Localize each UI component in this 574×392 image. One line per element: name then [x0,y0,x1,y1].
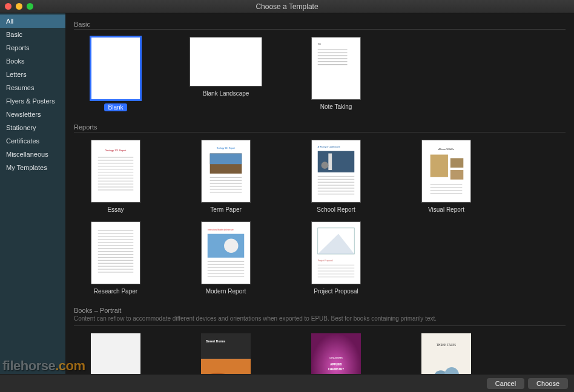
svg-rect-8 [318,61,348,62]
template-thumb: Desert Dunes [201,333,251,374]
sidebar-item-flyers-posters[interactable]: Flyers & Posters [0,94,65,108]
svg-rect-21 [98,184,134,185]
svg-rect-64 [98,254,134,255]
svg-rect-60 [98,242,134,243]
template-label: Essay [107,206,124,213]
svg-rect-44 [318,191,354,191]
svg-rect-13 [98,160,134,160]
svg-rect-67 [98,263,134,264]
template-thumb: THREE TALES [421,333,471,374]
template-thumb [91,37,140,100]
template-thumb: Title [311,37,361,100]
template-label: School Report [317,206,355,213]
template-blank-landscape[interactable]: Blank Landscape [184,37,268,111]
svg-rect-87 [318,270,354,271]
svg-rect-40 [318,179,354,180]
template-label: Visual Report [428,206,464,213]
template-project-proposal[interactable]: Project ProposalProject Proposal [294,221,378,295]
svg-text:Project Proposal: Project Proposal [318,260,333,262]
svg-rect-66 [98,260,134,261]
template-visual-report[interactable]: African WildlifeVisual Report [404,140,488,213]
svg-point-38 [322,162,329,169]
template-term-paper[interactable]: Geology 101 ReportTerm Paper [184,140,268,213]
svg-rect-88 [318,273,354,274]
svg-rect-0 [91,38,140,99]
sidebar-item-my-templates[interactable]: My Templates [0,161,65,174]
template-label: Project Proposal [314,288,358,295]
template-book-blank[interactable] [74,333,157,374]
svg-rect-91 [201,333,251,359]
svg-rect-7 [318,58,348,59]
svg-text:Desert Dunes: Desert Dunes [206,339,225,343]
svg-rect-85 [318,265,354,266]
template-label: Research Paper [94,288,137,295]
svg-rect-61 [98,245,134,246]
template-thumb [91,333,140,374]
svg-rect-50 [450,170,463,180]
svg-rect-48 [431,155,448,177]
content-area: BasicBlankBlank LandscapeTitleNote Takin… [65,13,574,374]
svg-rect-54 [431,193,463,194]
choose-button[interactable]: Choose [528,378,568,389]
template-note-taking[interactable]: TitleNote Taking [294,37,378,111]
sidebar-item-reports[interactable]: Reports [0,41,65,54]
svg-rect-57 [98,234,134,234]
close-icon[interactable] [5,3,12,10]
svg-rect-32 [210,189,242,189]
template-label: Note Taking [320,103,352,110]
svg-rect-42 [318,185,354,186]
sidebar-item-basic[interactable]: Basic [0,28,65,41]
template-modern-report[interactable]: International Modern ArchitectureModern … [184,221,268,295]
svg-rect-52 [431,187,463,188]
template-research-paper[interactable]: Research Paper [74,221,157,295]
svg-rect-39 [318,176,354,177]
svg-rect-78 [208,270,244,270]
svg-rect-9 [318,64,348,65]
svg-rect-30 [210,183,242,184]
svg-rect-59 [98,239,134,240]
svg-rect-76 [208,264,244,265]
svg-rect-29 [210,180,242,181]
svg-rect-12 [98,157,134,157]
template-essay[interactable]: Geology 101 ReportEssay [74,140,157,213]
section-title: Reports [74,123,566,131]
sidebar-item-certificates[interactable]: Certificates [0,134,65,148]
svg-text:International Modern Architect: International Modern Architecture [208,229,234,231]
sidebar-item-books[interactable]: Books [0,54,65,68]
svg-rect-65 [98,257,134,258]
svg-rect-23 [98,189,134,190]
sidebar-item-stationery[interactable]: Stationery [0,121,65,134]
svg-rect-36 [318,151,354,172]
svg-text:A History of Lighthouses: A History of Lighthouses [317,146,340,148]
minimize-icon[interactable] [16,3,22,10]
svg-rect-1 [190,38,261,86]
svg-rect-20 [98,181,134,181]
titlebar: Choose a Template [0,0,574,13]
svg-rect-49 [450,158,463,168]
section-subtitle: Content can reflow to accommodate differ… [74,315,566,322]
svg-text:Title: Title [318,43,322,45]
template-school-report[interactable]: A History of LighthousesSchool Report [294,140,378,213]
sidebar: AllBasicReportsBooksLettersResumesFlyers… [0,13,65,374]
svg-text:African Wildlife: African Wildlife [438,148,454,151]
sidebar-item-letters[interactable]: Letters [0,68,65,81]
maximize-icon[interactable] [27,3,33,10]
sidebar-item-newsletters[interactable]: Newsletters [0,108,65,121]
svg-text:Geology 101 Report: Geology 101 Report [105,149,127,152]
svg-rect-70 [98,272,134,272]
sidebar-item-all[interactable]: All [0,15,65,28]
template-desert-dunes[interactable]: Desert Dunes [184,333,268,374]
svg-text:USHA SEMPER: USHA SEMPER [329,357,343,359]
svg-rect-89 [318,276,354,277]
svg-text:Geology 101 Report: Geology 101 Report [217,147,235,149]
template-applied-chem[interactable]: USHA SEMPERAPPLIEDCHEMISTRYFIRST EDITION [294,333,378,374]
svg-text:APPLIED: APPLIED [330,363,342,366]
svg-rect-16 [98,169,134,169]
template-three-tales[interactable]: THREE TALES [404,333,488,374]
sidebar-item-resumes[interactable]: Resumes [0,81,65,94]
sidebar-item-miscellaneous[interactable]: Miscellaneous [0,148,65,161]
template-blank[interactable]: Blank [74,37,157,111]
template-thumb: International Modern Architecture [201,221,251,284]
cancel-button[interactable]: Cancel [487,378,524,389]
template-thumb: USHA SEMPERAPPLIEDCHEMISTRYFIRST EDITION [311,333,361,374]
